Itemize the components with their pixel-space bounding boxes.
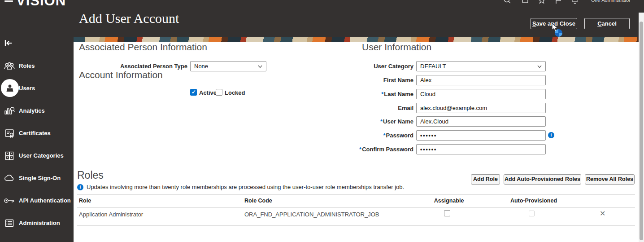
sidebar-item-label: Analytics (19, 107, 45, 114)
menu-icon[interactable] (4, 0, 13, 2)
sidebar-item-administration[interactable]: Administration (0, 214, 74, 232)
save-and-close-button[interactable]: Save and Close (531, 18, 577, 29)
assignable-checkbox[interactable] (444, 210, 450, 216)
add-auto-provisioned-roles-button[interactable]: Add Auto-Provisioned Roles (504, 174, 581, 185)
sidebar-item-label: Users (19, 85, 35, 92)
chevron-down-icon (258, 65, 262, 68)
certificates-icon (3, 127, 16, 140)
chevron-down-icon (537, 65, 542, 68)
home-icon[interactable] (521, 0, 529, 5)
auto-provisioned-checkbox[interactable] (529, 211, 535, 216)
role-code-cell: ORA_FND_APPLICATION_ADMINISTRATOR_JOB (244, 211, 379, 218)
page-title: Add User Account (79, 11, 179, 26)
sidebar-item-label: Roles (19, 62, 35, 69)
scrollbar-header-cap (639, 0, 644, 13)
password-field[interactable] (416, 130, 546, 141)
locked-checkbox[interactable] (216, 89, 222, 96)
confirm-password-field[interactable] (416, 144, 546, 154)
confirm-password-label: Confirm Password (319, 146, 413, 153)
sidebar-item-label: API Authentication (19, 197, 71, 204)
sidebar-item-api-authentication[interactable]: API Authentication (0, 191, 74, 209)
vision-logo: VISION (16, 0, 66, 9)
last-name-label: Last Name (319, 91, 413, 97)
active-checkbox[interactable] (190, 89, 197, 96)
remove-all-roles-button[interactable]: Remove All Roles (585, 174, 635, 185)
sidebar-item-single-sign-on[interactable]: Single Sign-On (0, 169, 74, 187)
sidebar-item-label: Administration (19, 220, 60, 226)
associated-person-heading: Associated Person Information (79, 42, 207, 53)
vertical-scrollbar (639, 0, 644, 242)
info-icon: i (77, 184, 83, 190)
sidebar-item-users[interactable]: Users (0, 79, 74, 97)
locked-label: Locked (225, 89, 245, 96)
decorative-banner (74, 37, 639, 42)
last-name-field[interactable] (416, 89, 546, 99)
sidebar-item-analytics[interactable]: Analytics (0, 101, 74, 119)
table-row-border (77, 225, 635, 226)
api-authentication-icon (3, 194, 16, 207)
first-name-label: First Name (319, 77, 413, 84)
email-field[interactable] (416, 103, 546, 113)
single-sign-on-icon (3, 172, 16, 185)
remove-row-icon[interactable]: ✕ (600, 209, 605, 218)
first-name-field[interactable] (416, 75, 546, 85)
user-name-field[interactable] (416, 116, 546, 127)
search-icon[interactable] (503, 0, 511, 5)
users-icon (1, 79, 19, 97)
cancel-button[interactable]: Cancel (584, 18, 630, 29)
account-information-heading: Account Information (79, 70, 163, 80)
associated-person-type-value: None (194, 63, 208, 70)
role-cell: Application Administrator (79, 211, 143, 218)
collapse-sidebar-icon[interactable] (4, 40, 13, 48)
sidebar-item-label: Certificates (19, 130, 51, 136)
sidebar-item-label: Single Sign-On (19, 175, 61, 181)
password-label: Password (319, 132, 413, 139)
user-information-heading: User Information (362, 42, 431, 53)
role-column-header: Role (79, 198, 91, 204)
associated-person-type-select[interactable]: None (190, 61, 266, 71)
sidebar-item-roles[interactable]: Roles (0, 57, 74, 75)
sidebar-item-user-categories[interactable]: User Categories (0, 146, 74, 164)
flag-icon[interactable] (554, 0, 562, 5)
user-category-select[interactable]: DEFAULT (416, 61, 546, 71)
favorites-icon[interactable] (538, 0, 546, 5)
user-category-value: DEFAULT (420, 63, 446, 70)
sidebar-item-label: User Categories (19, 152, 64, 159)
role-code-column-header: Role Code (244, 198, 272, 204)
add-role-button[interactable]: Add Role (471, 174, 500, 185)
analytics-icon (3, 105, 16, 117)
table-header-border (77, 207, 635, 208)
user-name-label: User Name (319, 118, 413, 125)
signed-in-user-label[interactable]: OIM Administrator (591, 0, 636, 3)
roles-info-text: Updates involving more than twenty role … (87, 184, 404, 190)
email-label: Email (319, 105, 413, 111)
active-label: Active (199, 89, 217, 96)
scrollbar-thumb[interactable] (640, 22, 643, 240)
assignable-column-header: Assignable (422, 198, 476, 204)
user-category-label: User Category (319, 63, 413, 70)
table-top-border (77, 194, 635, 195)
roles-icon (3, 60, 16, 72)
notifications-icon[interactable] (571, 0, 579, 5)
sidebar-item-certificates[interactable]: Certificates (0, 124, 74, 142)
user-categories-icon (3, 150, 16, 162)
add-user-account-page: VISION Add User Account OIM Administrato… (0, 0, 644, 242)
associated-person-type-label: Associated Person Type (79, 63, 187, 70)
password-info-icon[interactable]: i (548, 132, 554, 138)
administration-icon (3, 217, 16, 229)
auto-provisioned-column-header: Auto-Provisioned (498, 198, 570, 204)
roles-heading: Roles (77, 169, 104, 181)
